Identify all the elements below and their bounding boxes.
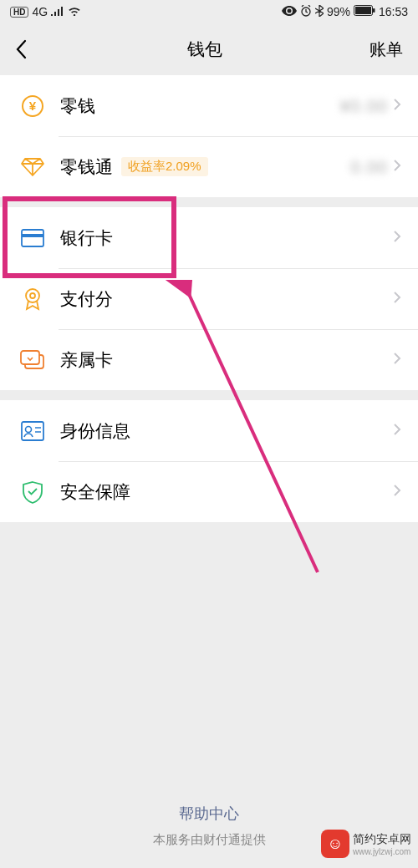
- watermark-icon: ☺: [321, 830, 349, 858]
- back-button[interactable]: [15, 39, 40, 59]
- watermark-brand: 简约安卓网: [353, 832, 411, 847]
- balance-value: ¥0.00: [339, 96, 388, 116]
- chevron-right-icon: [393, 159, 401, 175]
- wallet-section-1: ¥ 零钱 ¥0.00 零钱通 收益率2.09% 0.00: [0, 75, 418, 197]
- chevron-right-icon: [393, 98, 401, 114]
- shield-icon: [20, 480, 45, 505]
- balance-label: 零钱: [60, 94, 95, 118]
- help-link[interactable]: 帮助中心: [0, 804, 418, 824]
- battery-pct: 99%: [327, 5, 350, 18]
- family-card-icon: [20, 348, 45, 373]
- alarm-icon: [300, 5, 312, 19]
- security-item[interactable]: 安全保障: [0, 461, 418, 522]
- hd-indicator: HD: [10, 7, 28, 18]
- bank-card-label: 银行卡: [60, 226, 113, 250]
- watermark-url: www.jylzwj.com: [353, 847, 411, 856]
- diamond-icon: [20, 155, 45, 180]
- back-icon: [15, 39, 27, 59]
- badge-icon: [20, 287, 45, 312]
- svg-point-13: [26, 426, 32, 432]
- identity-label: 身份信息: [60, 419, 130, 443]
- battery-icon: [354, 5, 375, 18]
- balance-plus-item[interactable]: 零钱通 收益率2.09% 0.00: [0, 136, 418, 197]
- balance-plus-label: 零钱通: [60, 155, 113, 179]
- pay-score-item[interactable]: 支付分: [0, 268, 418, 329]
- bluetooth-icon: [315, 5, 324, 19]
- wallet-section-2: 银行卡 支付分 亲属卡: [0, 207, 418, 390]
- chevron-right-icon: [393, 352, 401, 368]
- svg-point-9: [30, 293, 35, 298]
- balance-item[interactable]: ¥ 零钱 ¥0.00: [0, 75, 418, 136]
- family-card-label: 亲属卡: [60, 348, 113, 372]
- svg-rect-2: [373, 8, 375, 13]
- svg-rect-11: [21, 351, 39, 364]
- chevron-right-icon: [393, 230, 401, 246]
- balance-plus-value: 0.00: [350, 157, 388, 177]
- network-indicator: 4G: [32, 5, 48, 18]
- svg-text:¥: ¥: [29, 99, 37, 113]
- wallet-section-3: 身份信息 安全保障: [0, 400, 418, 522]
- security-label: 安全保障: [60, 480, 130, 504]
- card-icon: [20, 226, 45, 251]
- chevron-right-icon: [393, 423, 401, 439]
- id-icon: [20, 419, 45, 444]
- svg-rect-3: [355, 7, 371, 14]
- chevron-right-icon: [393, 291, 401, 307]
- chevron-right-icon: [393, 484, 401, 500]
- pay-score-label: 支付分: [60, 287, 113, 311]
- yield-tag: 收益率2.09%: [121, 157, 208, 176]
- eye-icon: [282, 5, 297, 18]
- watermark: ☺ 简约安卓网 www.jylzwj.com: [321, 830, 411, 858]
- svg-rect-7: [22, 234, 43, 237]
- wifi-icon: [68, 5, 81, 18]
- bills-button[interactable]: 账单: [370, 38, 403, 61]
- page-title: 钱包: [187, 38, 222, 61]
- status-time: 16:53: [379, 5, 408, 18]
- family-card-item[interactable]: 亲属卡: [0, 329, 418, 390]
- bank-card-item[interactable]: 银行卡: [0, 207, 418, 268]
- status-left: HD 4G: [10, 5, 81, 18]
- coin-icon: ¥: [20, 94, 45, 119]
- status-right: 99% 16:53: [282, 5, 408, 19]
- identity-item[interactable]: 身份信息: [0, 400, 418, 461]
- status-bar: HD 4G 99% 16:53: [0, 0, 418, 23]
- signal-icon: [51, 5, 64, 18]
- svg-point-8: [26, 289, 39, 302]
- header: 钱包 账单: [0, 23, 418, 75]
- svg-rect-12: [22, 422, 43, 440]
- svg-rect-6: [22, 230, 43, 246]
